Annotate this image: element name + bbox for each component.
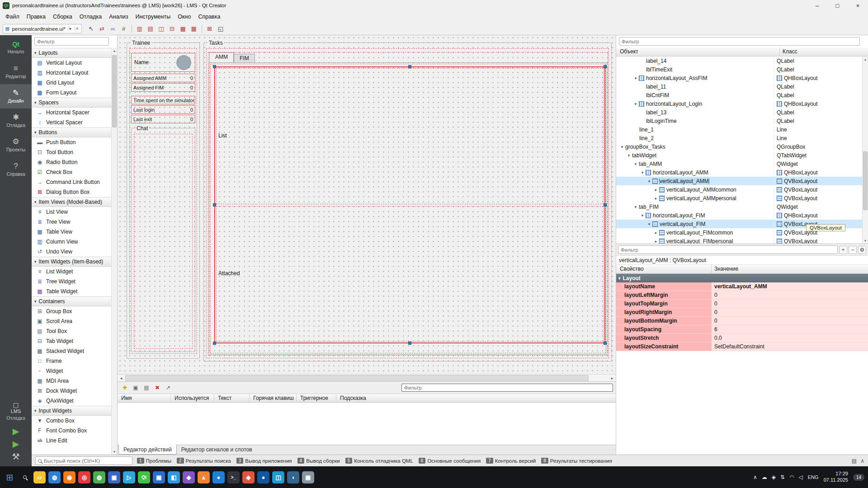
app-gray-icon[interactable]: ▣ bbox=[302, 471, 314, 483]
widget-column-view[interactable]: ▥Column View bbox=[32, 237, 111, 247]
property-row[interactable]: layoutRightMargin0 bbox=[616, 308, 868, 317]
object-tree[interactable]: label_14QLabellblTimeExitQLabel▾horizont… bbox=[616, 56, 862, 244]
widget-horizontal-spacer[interactable]: ↔Horizontal Spacer bbox=[32, 108, 111, 117]
resize-handle[interactable] bbox=[213, 203, 216, 206]
delete-action-button[interactable]: ✖ bbox=[153, 383, 162, 392]
tab-[interactable]: Редактор действий bbox=[118, 445, 177, 455]
menu-item[interactable]: Сборка bbox=[49, 12, 76, 21]
inspector-row[interactable]: ▾verticalLayout_AMMQVBoxLayout bbox=[616, 177, 862, 185]
opera-icon[interactable]: ◎ bbox=[78, 471, 90, 483]
widget-combo-box[interactable]: ▼Combo Box bbox=[32, 416, 111, 426]
layout-grid-icon[interactable]: ▦ bbox=[189, 24, 199, 34]
new-action-button[interactable]: ✚ bbox=[120, 383, 129, 392]
output-pane-button[interactable]: 7Контроль версий bbox=[485, 457, 537, 464]
inspector-row[interactable]: label_13QLabel bbox=[616, 108, 862, 117]
maximize-button[interactable]: □ bbox=[827, 0, 848, 11]
inspector-row[interactable]: ▾horizontalLayout_AMMQHBoxLayout bbox=[616, 168, 862, 177]
widget-font-combo-box[interactable]: FFont Combo Box bbox=[32, 426, 111, 436]
output-pane-button[interactable]: 2Результаты поиска bbox=[175, 457, 232, 464]
postgres-icon[interactable]: ◖ bbox=[287, 471, 299, 483]
firefox-icon[interactable]: ◉ bbox=[63, 471, 75, 483]
widget-vertical-spacer[interactable]: ↕Vertical Spacer bbox=[32, 117, 111, 127]
collapse-arrow-icon[interactable]: ▾ bbox=[619, 145, 625, 149]
layout-vertical-splitter-icon[interactable]: ⊟ bbox=[167, 24, 177, 34]
widget-group-box[interactable]: ⊞Group Box bbox=[32, 306, 111, 316]
inspector-row[interactable]: line_2Line bbox=[616, 134, 862, 142]
mode-design[interactable]: ✎Дизайн bbox=[0, 84, 32, 108]
widget-command-link-button[interactable]: →Command Link Button bbox=[32, 177, 111, 187]
terminal-icon[interactable]: >_ bbox=[227, 471, 240, 483]
widget-widget[interactable]: ▫Widget bbox=[32, 366, 111, 376]
layout-cell-common[interactable]: List bbox=[216, 68, 604, 204]
output-pane-button[interactable]: 6Основные сообщения bbox=[417, 457, 482, 464]
menu-item[interactable]: Отладка bbox=[76, 12, 105, 21]
browser-edge-icon[interactable]: ◍ bbox=[48, 471, 61, 483]
inspector-row[interactable]: ▾groupBox_TasksQGroupBox bbox=[616, 142, 862, 151]
form-stat-row[interactable]: Last exit0 bbox=[131, 115, 195, 123]
action-column-header[interactable]: Имя bbox=[118, 394, 171, 402]
app-blue-3-icon[interactable]: ● bbox=[212, 471, 225, 483]
adjust-size-icon[interactable]: ◱ bbox=[216, 24, 226, 34]
widget-tab-widget[interactable]: ⊟Tab Widget bbox=[32, 336, 111, 346]
scroll-down-icon[interactable]: ▾ bbox=[112, 449, 117, 455]
inspector-row[interactable]: ▸verticalLayout_AMMcommonQVBoxLayout bbox=[616, 185, 862, 194]
action-table-body[interactable] bbox=[118, 403, 616, 445]
action-column-header[interactable]: Используется bbox=[171, 394, 214, 402]
object-column-header[interactable]: Объект bbox=[616, 47, 779, 56]
property-row[interactable]: layoutBottomMargin0 bbox=[616, 317, 868, 325]
resize-handle[interactable] bbox=[604, 203, 607, 206]
widget-list-widget[interactable]: ≡List Widget bbox=[32, 267, 111, 277]
property-row[interactable]: layoutTopMargin0 bbox=[616, 300, 868, 308]
widget-tree-widget[interactable]: ≣Tree Widget bbox=[32, 277, 111, 286]
widgetbox-scrollbar[interactable]: ▴ ▾ bbox=[111, 48, 117, 455]
quick-search-box[interactable] bbox=[35, 456, 132, 465]
collapse-arrow-icon[interactable]: ▾ bbox=[639, 213, 646, 218]
scrollbar-thumb[interactable] bbox=[112, 55, 117, 127]
add-dynamic-property-button[interactable]: + bbox=[839, 246, 847, 254]
resize-handle[interactable] bbox=[408, 342, 411, 345]
widget-tool-box[interactable]: ▤Tool Box bbox=[32, 326, 111, 336]
widgetbox-category[interactable]: ▾Containers bbox=[32, 296, 111, 306]
widget-vertical-layout[interactable]: ▤Vertical Layout bbox=[32, 58, 111, 68]
action-filter-input[interactable] bbox=[401, 384, 613, 392]
tray-chevron-icon[interactable]: ∧ bbox=[753, 474, 757, 480]
close-button[interactable]: × bbox=[848, 0, 868, 11]
expand-arrow-icon[interactable]: ▸ bbox=[653, 196, 659, 201]
widgetbox-category[interactable]: ▾Input Widgets bbox=[32, 406, 111, 416]
widget-tool-button[interactable]: ⊡Tool Button bbox=[32, 147, 111, 157]
edit-tab-order-icon[interactable]: # bbox=[119, 24, 129, 34]
selected-vertical-layout[interactable]: List Attached bbox=[214, 66, 605, 343]
widget-radio-button[interactable]: ◉Radio Button bbox=[32, 157, 111, 167]
scroll-up-icon[interactable]: ▴ bbox=[112, 48, 117, 54]
widget-check-box[interactable]: ☑Check Box bbox=[32, 167, 111, 177]
expand-arrow-icon[interactable]: ▸ bbox=[653, 230, 659, 235]
tab-fim[interactable]: FIM bbox=[234, 54, 255, 62]
menu-item[interactable]: Файл bbox=[2, 12, 23, 21]
resize-handle[interactable] bbox=[604, 65, 607, 68]
menu-item[interactable]: Окно bbox=[174, 12, 194, 21]
collapse-arrow-icon[interactable]: ▾ bbox=[632, 102, 639, 106]
network-icon[interactable]: ◠ bbox=[789, 474, 794, 480]
inspector-scrollbar[interactable]: ▴ ▾ bbox=[862, 56, 868, 244]
widget-frame[interactable]: □Frame bbox=[32, 356, 111, 366]
mode-welcome[interactable]: QtНачало bbox=[0, 35, 32, 60]
inspector-row[interactable]: ▸verticalLayout_AMMpersonalQVBoxLayout bbox=[616, 194, 862, 202]
minimize-button[interactable]: – bbox=[807, 0, 827, 11]
form-stat-row[interactable]: Last login0 bbox=[131, 105, 195, 114]
scrollbar-thumb[interactable] bbox=[125, 375, 589, 381]
inspector-row[interactable]: ▾tab_FIMQWidget bbox=[616, 202, 862, 211]
inspector-row[interactable]: ▾horizontalLayout_FIMQHBoxLayout bbox=[616, 211, 862, 220]
inspector-row[interactable]: ▾horizontalLayout_LoginQHBoxLayout bbox=[616, 99, 862, 108]
action-column-header[interactable]: Горячая клавиш bbox=[250, 394, 297, 402]
property-configure-icon[interactable]: ⚙ bbox=[858, 246, 866, 254]
property-row[interactable]: layoutNameverticalLayout_AMM bbox=[616, 282, 868, 291]
menu-item[interactable]: Инструменты bbox=[132, 12, 174, 21]
app-purple-icon[interactable]: ◆ bbox=[183, 471, 195, 483]
collapse-arrow-icon[interactable]: ▾ bbox=[632, 76, 639, 80]
app-blue-1-icon[interactable]: ▣ bbox=[108, 471, 120, 483]
keyboard-language[interactable]: ENG bbox=[808, 474, 819, 480]
property-column-header[interactable]: Свойство bbox=[616, 265, 711, 273]
edit-signals-slots-icon[interactable]: ⇄ bbox=[97, 24, 107, 34]
telegram-icon[interactable]: ▷ bbox=[123, 471, 135, 483]
paste-action-button[interactable]: ▤ bbox=[142, 383, 151, 392]
